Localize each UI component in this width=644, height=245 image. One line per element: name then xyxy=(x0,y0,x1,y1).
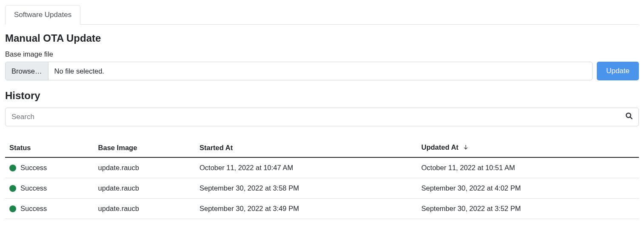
selected-file-text: No file selected. xyxy=(48,62,110,80)
started-at-cell: October 11, 2022 at 10:47 AM xyxy=(195,157,417,178)
base-image-cell: update.raucb xyxy=(94,157,195,178)
updated-at-cell: September 30, 2022 at 3:52 PM xyxy=(417,199,639,219)
col-header-started-at[interactable]: Started At xyxy=(195,138,417,157)
tab-bar: Software Updates xyxy=(5,5,639,25)
search-icon[interactable] xyxy=(625,112,633,122)
status-cell: Success xyxy=(9,164,90,172)
col-header-status[interactable]: Status xyxy=(5,138,94,157)
table-row: Successupdate.raucbSeptember 30, 2022 at… xyxy=(5,199,639,219)
search-input[interactable] xyxy=(5,108,639,126)
manual-ota-title: Manual OTA Update xyxy=(5,32,639,44)
status-dot-icon xyxy=(9,165,16,171)
base-image-file-label: Base image file xyxy=(5,50,639,58)
base-image-cell: update.raucb xyxy=(94,178,195,199)
status-dot-icon xyxy=(9,205,16,212)
browse-button[interactable]: Browse… xyxy=(6,62,48,80)
status-cell: Success xyxy=(9,205,90,213)
base-image-cell: update.raucb xyxy=(94,199,195,219)
col-header-updated-at[interactable]: Updated At xyxy=(417,138,639,157)
started-at-cell: September 30, 2022 at 3:49 PM xyxy=(195,199,417,219)
history-title: History xyxy=(5,90,639,102)
updated-at-cell: September 30, 2022 at 4:02 PM xyxy=(417,178,639,199)
file-row: Browse… No file selected. Update xyxy=(5,62,639,80)
status-text: Success xyxy=(20,205,47,213)
status-cell: Success xyxy=(9,184,90,192)
tab-software-updates[interactable]: Software Updates xyxy=(5,5,80,25)
status-text: Success xyxy=(20,184,47,192)
col-header-updated-at-label: Updated At xyxy=(421,143,458,151)
status-dot-icon xyxy=(9,185,16,192)
table-row: Successupdate.raucbSeptember 30, 2022 at… xyxy=(5,178,639,199)
updated-at-cell: October 11, 2022 at 10:51 AM xyxy=(417,157,639,178)
status-text: Success xyxy=(20,164,47,172)
svg-line-1 xyxy=(630,117,632,119)
update-button[interactable]: Update xyxy=(597,62,639,80)
arrow-down-icon xyxy=(463,144,469,152)
history-table: Status Base Image Started At Updated At … xyxy=(5,138,639,219)
started-at-cell: September 30, 2022 at 3:58 PM xyxy=(195,178,417,199)
search-wrap xyxy=(5,108,639,126)
file-picker[interactable]: Browse… No file selected. xyxy=(5,62,593,80)
col-header-base-image[interactable]: Base Image xyxy=(94,138,195,157)
table-row: Successupdate.raucbOctober 11, 2022 at 1… xyxy=(5,157,639,178)
